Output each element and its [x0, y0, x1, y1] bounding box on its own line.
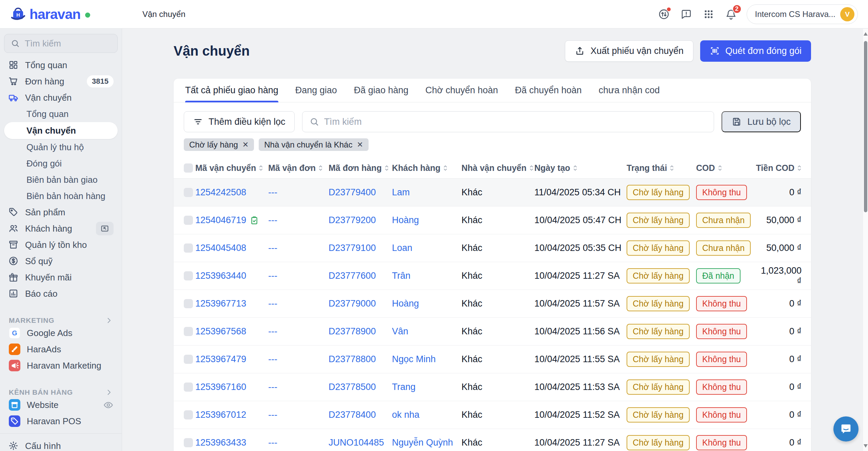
shipment-id-link[interactable]: 1253967012 [195, 410, 246, 420]
apps-grid-icon[interactable] [702, 7, 715, 21]
row-checkbox[interactable] [184, 216, 193, 225]
row-checkbox[interactable] [184, 410, 193, 419]
tab-tat-ca-phieu-giao-hang[interactable]: Tất cả phiếu giao hàng [185, 79, 278, 102]
column-header-ma-van-don[interactable]: Mã vận đơn [268, 163, 329, 173]
shipment-id-link[interactable]: 1253963433 [195, 437, 246, 448]
sidebar-section-marketing[interactable]: MARKETING [0, 316, 122, 325]
sidebar-item-don-hang[interactable]: Đơn hàng3815 [0, 73, 122, 90]
table-row[interactable]: 1254046719 --- D23779200 Hoàng Khác 10/0… [174, 207, 811, 234]
waybill-link[interactable]: --- [268, 215, 277, 225]
row-checkbox[interactable] [184, 438, 193, 447]
sidebar-subitem-tong-quan[interactable]: Tổng quan [0, 106, 122, 122]
intercom-chat-button[interactable] [833, 416, 859, 442]
sidebar-subitem-bien-ban-ban-giao[interactable]: Biên bản bàn giao [0, 172, 122, 188]
sidebar-subitem-van-chuyen[interactable]: Vận chuyển [4, 122, 118, 139]
column-header-ma-don-hang[interactable]: Mã đơn hàng [329, 163, 392, 173]
tab-dang-giao[interactable]: Đang giao [295, 79, 337, 102]
column-header-ma-van-chuyen[interactable]: Mã vận chuyển [195, 163, 268, 173]
sidebar-search-input[interactable] [25, 38, 122, 49]
sidebar-subitem-bien-ban-hoan-hang[interactable]: Biên bản hoàn hàng [0, 188, 122, 204]
column-header-cod[interactable]: COD [696, 163, 755, 173]
tab-chua-nhan-cod[interactable]: chưa nhận cod [598, 79, 659, 102]
shipment-id-link[interactable]: 1253967568 [195, 326, 246, 337]
customer-link[interactable]: Hoàng [392, 215, 419, 225]
sidebar-item-tong-quan[interactable]: Tổng quan [0, 57, 122, 73]
sidebar-item-san-pham[interactable]: Sản phẩm [0, 204, 122, 220]
table-row[interactable]: 1253967568 --- D23778900 Vân Khác 10/04/… [174, 318, 811, 346]
order-link[interactable]: D23779000 [329, 298, 376, 309]
customer-link[interactable]: Lam [392, 187, 410, 197]
waybill-link[interactable]: --- [268, 326, 277, 336]
order-link[interactable]: D23777600 [329, 271, 376, 281]
scroll-up-arrow[interactable] [864, 32, 868, 36]
feedback-icon[interactable] [679, 7, 693, 21]
customer-link[interactable]: Ngọc Minh [392, 354, 436, 364]
account-menu[interactable]: Intercom CS Harava... V [747, 4, 858, 24]
scrollbar-thumb[interactable] [864, 41, 867, 212]
waybill-link[interactable]: --- [268, 187, 277, 197]
table-row[interactable]: 1253967713 --- D23779000 Hoàng Khác 10/0… [174, 290, 811, 318]
shipment-id-link[interactable]: 1253967160 [195, 382, 246, 392]
table-row[interactable]: 1254045408 --- D23779100 Loan Khác 10/04… [174, 234, 811, 262]
table-row[interactable]: 1254242508 --- D23779400 Lam Khác 11/04/… [174, 179, 811, 207]
table-row[interactable]: 1253963433 --- JUNO104485 Nguyễn Quỳnh K… [174, 429, 811, 451]
customer-link[interactable]: Trang [392, 382, 416, 392]
remove-chip-icon[interactable]: ✕ [357, 141, 363, 149]
scan-pack-order-button[interactable]: Quét đơn đóng gói [700, 40, 811, 62]
sidebar-section-kenh-ban-hang[interactable]: KÊNH BÁN HÀNG [0, 388, 122, 397]
waybill-link[interactable]: --- [268, 243, 277, 253]
vertical-scrollbar[interactable] [863, 29, 868, 451]
waybill-link[interactable]: --- [268, 354, 277, 364]
sidebar-item-so-quy[interactable]: Sổ quỹ [0, 253, 122, 269]
customer-link[interactable]: Loan [392, 243, 412, 253]
haravan-logo[interactable]: H haravan [10, 0, 90, 28]
table-search-input[interactable] [324, 117, 707, 127]
sidebar-item-khuyen-mai[interactable]: Khuyến mãi [0, 269, 122, 286]
sidebar-item-haravan-marketing[interactable]: Haravan Marketing [0, 357, 122, 374]
waybill-link[interactable]: --- [268, 382, 277, 392]
sidebar-item-cau-hinh[interactable]: Cấu hình [0, 438, 122, 451]
table-row[interactable]: 1253967479 --- D23778800 Ngọc Minh Khác … [174, 346, 811, 373]
add-filter-button[interactable]: Thêm điều kiện lọc [184, 111, 295, 132]
waybill-link[interactable]: --- [268, 437, 277, 448]
waybill-link[interactable]: --- [268, 298, 277, 309]
export-shipments-button[interactable]: Xuất phiếu vận chuyển [565, 40, 693, 62]
order-link[interactable]: JUNO104485 [329, 437, 384, 448]
sync-history-icon[interactable] [657, 7, 671, 21]
row-checkbox[interactable] [184, 271, 193, 280]
sidebar-item-bao-cao[interactable]: Báo cáo [0, 286, 122, 302]
table-row[interactable]: 1253963440 --- D23777600 Trân Khác 10/04… [174, 262, 811, 290]
order-link[interactable]: D23778500 [329, 382, 376, 392]
order-link[interactable]: D23778900 [329, 326, 376, 336]
eye-icon[interactable] [103, 400, 114, 410]
sidebar-item-khach-hang[interactable]: Khách hàng [0, 220, 122, 237]
sidebar-subitem-quan-ly-thu-ho[interactable]: Quản lý thu hộ [0, 139, 122, 155]
shipment-id-link[interactable]: 1253967713 [195, 298, 246, 309]
sidebar-item-website[interactable]: Website [0, 397, 122, 413]
shipment-id-link[interactable]: 1253967479 [195, 354, 246, 365]
select-all-checkbox[interactable] [184, 163, 193, 173]
tab-da-giao-hang[interactable]: Đã giao hàng [354, 79, 409, 102]
popout-icon[interactable] [96, 222, 114, 235]
customer-link[interactable]: Nguyễn Quỳnh [392, 437, 453, 448]
waybill-link[interactable]: --- [268, 271, 277, 281]
notifications-bell-icon[interactable]: 2 [724, 7, 738, 21]
column-header-ngay-tao[interactable]: Ngày tạo [534, 163, 627, 173]
table-row[interactable]: 1253967012 --- D23778400 ok nha Khác 10/… [174, 401, 811, 429]
sidebar-item-google-ads[interactable]: GGoogle Ads [0, 325, 122, 341]
waybill-link[interactable]: --- [268, 410, 277, 420]
customer-link[interactable]: Hoàng [392, 298, 419, 309]
customer-link[interactable]: ok nha [392, 410, 419, 420]
order-link[interactable]: D23778800 [329, 354, 376, 364]
column-header-khach-hang[interactable]: Khách hàng [392, 163, 461, 173]
column-header-tien-cod[interactable]: Tiền COD [755, 163, 811, 173]
sidebar-item-haravan-pos[interactable]: Haravan POS [0, 413, 122, 429]
order-link[interactable]: D23778400 [329, 410, 376, 420]
column-header-nha-van-chuyen[interactable]: Nhà vận chuyển [461, 163, 534, 173]
column-header-trang-thai[interactable]: Trạng thái [627, 163, 696, 173]
order-link[interactable]: D23779200 [329, 215, 376, 225]
shipment-id-link[interactable]: 1254242508 [195, 187, 246, 198]
shipment-id-link[interactable]: 1254045408 [195, 243, 246, 253]
table-row[interactable]: 1253967160 --- D23778500 Trang Khác 10/0… [174, 373, 811, 401]
sidebar-search[interactable]: Ctrl K [4, 34, 118, 53]
